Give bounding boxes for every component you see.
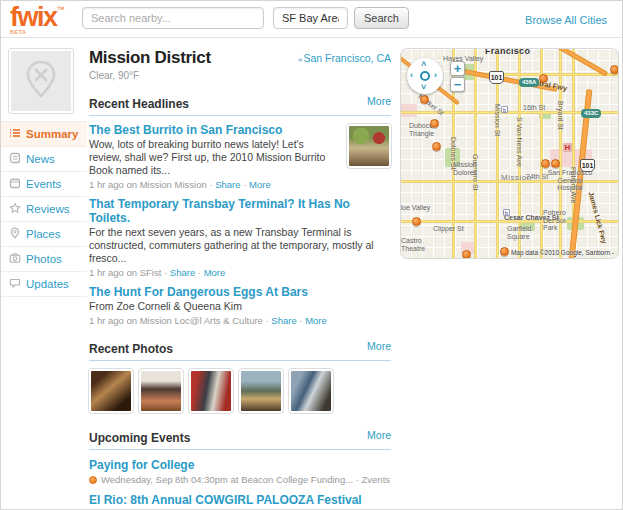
sidebar-item-places[interactable]: Places: [1, 222, 87, 247]
fwix-logo[interactable]: fwix™ BETA: [10, 2, 65, 35]
map-pin-icon: [9, 227, 21, 241]
more-link[interactable]: More: [305, 315, 327, 326]
headline-item: That Temporary Transbay Terminal? It Has…: [89, 190, 391, 278]
logo-trademark: ™: [57, 5, 65, 14]
map-label: Garfield Square: [507, 225, 537, 240]
calendar-icon: [9, 177, 21, 191]
headline-meta: 1 hr ago on SFist · Share · More: [89, 267, 391, 278]
browse-all-cities-link[interactable]: Browse All Cities: [525, 14, 607, 26]
share-link[interactable]: Share: [271, 315, 296, 326]
place-marker[interactable]: [541, 159, 550, 168]
search-button[interactable]: Search: [354, 7, 409, 29]
event-link[interactable]: El Rio: 8th Annual COWGIRL PALOOZA Festi…: [89, 493, 391, 507]
place-marker[interactable]: [412, 217, 421, 226]
place-marker[interactable]: [500, 247, 509, 256]
search-input[interactable]: [82, 7, 264, 29]
pan-up-icon[interactable]: ˄: [421, 59, 426, 69]
logo-wordmark: fwix: [10, 2, 57, 32]
place-marker[interactable]: [432, 142, 441, 151]
photo-thumbnail[interactable]: [289, 369, 333, 413]
news-icon: [9, 152, 21, 166]
map-label: Mission Dolores: [453, 161, 481, 176]
sidebar-item-label: News: [26, 153, 55, 165]
main-content: Mission District Clear, 90°F ◂San Franci…: [89, 38, 391, 510]
list-icon: [9, 127, 21, 141]
headline-item: The Hunt For Dangerous Eggs At Bars From…: [89, 278, 391, 326]
back-to-city-link[interactable]: ◂San Francisco, CA: [297, 52, 391, 64]
place-marker[interactable]: [539, 74, 548, 83]
section-title: Upcoming Events: [89, 431, 190, 445]
map-label: Castro Theatre: [401, 237, 427, 252]
place-marker[interactable]: [610, 65, 619, 74]
place-photo-placeholder: [9, 49, 73, 113]
headlines-more-link[interactable]: More: [367, 95, 391, 107]
photo-thumbnail[interactable]: [89, 369, 133, 413]
event-source-icon: [89, 476, 97, 484]
map-zoom-in-button[interactable]: +: [450, 61, 465, 76]
sidebar-item-events[interactable]: Events: [1, 172, 87, 197]
pan-down-icon[interactable]: ˅: [421, 82, 426, 92]
photos-more-link[interactable]: More: [367, 340, 391, 352]
transit-icon: b: [503, 209, 510, 216]
us-101-shield: 101: [580, 159, 595, 172]
place-marker[interactable]: [551, 159, 560, 168]
headline-meta: 1 hr ago on Mission Loc@l Arts & Culture…: [89, 315, 391, 326]
top-bar: fwix™ BETA Search Browse All Cities: [1, 1, 622, 38]
exit-badge: 436A: [519, 78, 539, 87]
map-label: Noe Valley: [400, 204, 430, 212]
sidebar-item-news[interactable]: News: [1, 147, 87, 172]
sidebar-nav: Summary News Events Reviews Places Photo…: [1, 121, 87, 297]
headline-link[interactable]: The Hunt For Dangerous Eggs At Bars: [89, 285, 391, 299]
event-meta: Wednesday, Sep 8th 04:30pm at Beacon Col…: [89, 474, 391, 485]
more-link[interactable]: More: [249, 179, 271, 190]
star-icon: [9, 202, 21, 216]
place-marker[interactable]: [420, 95, 429, 104]
sidebar-item-label: Events: [26, 178, 61, 190]
section-title: Recent Headlines: [89, 97, 189, 111]
sidebar-item-summary[interactable]: Summary: [1, 121, 87, 147]
sidebar-item-photos[interactable]: Photos: [1, 247, 87, 272]
event-item: Paying for College Wednesday, Sep 8th 04…: [89, 450, 391, 485]
headline-link[interactable]: The Best Burrito in San Francisco: [89, 123, 337, 137]
title-row: Mission District Clear, 90°F ◂San Franci…: [89, 38, 391, 81]
section-title: Recent Photos: [89, 342, 173, 356]
headline-meta: 1 hr ago on Mission Mission · Share · Mo…: [89, 179, 337, 190]
map-label: Potrero Del Sol Park: [543, 209, 577, 232]
headline-link[interactable]: That Temporary Transbay Terminal? It Has…: [89, 197, 391, 225]
event-item: El Rio: 8th Annual COWGIRL PALOOZA Festi…: [89, 485, 391, 510]
weather-status: Clear, 90°F: [89, 70, 391, 81]
share-link[interactable]: Share: [215, 179, 240, 190]
events-more-link[interactable]: More: [367, 429, 391, 441]
sidebar: Summary News Events Reviews Places Photo…: [1, 38, 87, 297]
neighborhood-map[interactable]: Francisco Hayes Valley Duboce Triangle M…: [400, 48, 619, 259]
sidebar-item-label: Places: [26, 228, 61, 240]
map-pan-control[interactable]: ˄ ˅ ‹ ›: [407, 58, 443, 94]
photo-thumbnail[interactable]: [139, 369, 183, 413]
map-label: James Lick Fwy: [587, 191, 608, 244]
photo-thumbnail[interactable]: [239, 369, 283, 413]
headlines-section-header: Recent Headlines More: [89, 94, 391, 116]
transit-icon: b: [501, 106, 508, 113]
pan-left-icon[interactable]: ‹: [410, 70, 413, 80]
pan-right-icon[interactable]: ›: [434, 70, 437, 80]
more-link[interactable]: More: [204, 267, 226, 278]
map-label: 16th St: [523, 104, 545, 112]
map-zoom-out-button[interactable]: −: [450, 77, 465, 92]
map-label: Mission St: [493, 104, 501, 136]
place-marker[interactable]: [462, 250, 471, 259]
share-link[interactable]: Share: [170, 267, 195, 278]
place-marker[interactable]: [430, 119, 439, 128]
pin-x-icon: [24, 59, 58, 103]
map-label: Clipper St: [433, 225, 464, 233]
sidebar-item-updates[interactable]: Updates: [1, 272, 87, 297]
map-label: S Van Ness Ave: [515, 117, 523, 167]
map-label: Bryant St: [556, 101, 564, 130]
sidebar-item-reviews[interactable]: Reviews: [1, 197, 87, 222]
event-link[interactable]: Paying for College: [89, 458, 391, 472]
camera-icon: [9, 252, 21, 266]
headline-excerpt: For the next seven years, as a new Trans…: [89, 226, 391, 265]
pan-center-icon[interactable]: [420, 71, 430, 81]
location-input[interactable]: [273, 7, 348, 29]
photo-thumbnail[interactable]: [189, 369, 233, 413]
headline-thumbnail[interactable]: [347, 124, 391, 168]
